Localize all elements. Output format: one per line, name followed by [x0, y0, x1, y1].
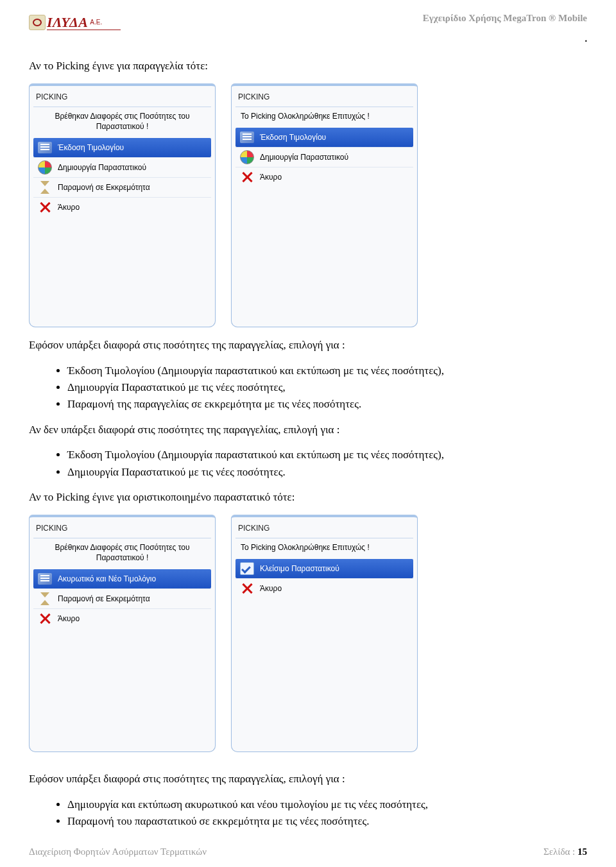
menu-cancel[interactable]: Άκυρο: [33, 608, 211, 628]
menu-reversal-invoice[interactable]: Ακυρωτικό και Νέο Τιμολόγιο: [33, 569, 211, 588]
menu-close-doc[interactable]: Κλείσιμο Παραστατικού: [235, 559, 413, 578]
panel-title: PICKING: [235, 90, 413, 107]
close-icon: [239, 581, 255, 596]
menu-item-label: Έκδοση Τιμολογίου: [260, 133, 326, 142]
menu-create-doc[interactable]: Δημιουργία Παραστατικού: [235, 147, 413, 167]
menu-item-label: Έκδοση Τιμολογίου: [58, 143, 124, 152]
intro-text-1: Αν το Picking έγινε για παραγγελία τότε:: [29, 58, 587, 74]
logo-icon: [29, 15, 46, 30]
list-item: Παραμονή της παραγγελίας σε εκκρεμότητα …: [67, 396, 587, 413]
panel-message: Βρέθηκαν Διαφορές στις Ποσότητες του Παρ…: [33, 541, 211, 569]
invoice-icon: [37, 141, 53, 155]
screenshot-2-right: PICKING Το Picking Ολοκληρώθηκε Επιτυχώς…: [231, 515, 418, 752]
intro-text-2: Αν το Picking έγινε για οριστικοποιημένο…: [29, 490, 587, 506]
menu-issue-invoice[interactable]: Έκδοση Τιμολογίου: [33, 138, 211, 157]
menu-cancel[interactable]: Άκυρο: [235, 578, 413, 598]
list-item: Δημιουργία Παραστατικού με τις νέες ποσό…: [67, 379, 587, 396]
panel-message: Βρέθηκαν Διαφορές στις Ποσότητες του Παρ…: [33, 110, 211, 138]
page-footer: Διαχείριση Φορητών Ασύρματων Τερματικών …: [29, 846, 587, 857]
menu-item-label: Άκυρο: [260, 584, 282, 593]
menu-item-label: Δημιουργία Παραστατικού: [260, 153, 348, 162]
document-icon: [239, 150, 255, 164]
menu-item-label: Άκυρο: [58, 614, 80, 623]
menu-cancel[interactable]: Άκυρο: [33, 197, 211, 217]
paragraph-3: Εφόσον υπάρξει διαφορά στις ποσότητες τη…: [29, 771, 587, 787]
logo-suffix: Α.Ε.: [89, 19, 102, 26]
check-icon: [239, 562, 255, 576]
menu-pending[interactable]: Παραμονή σε Εκκρεμότητα: [33, 177, 211, 197]
logo: ΙΛΥΔΑ Α.Ε.: [29, 13, 121, 30]
close-icon: [37, 200, 53, 214]
menu-item-label: Άκυρο: [58, 203, 80, 212]
paragraph-2: Αν δεν υπάρξει διαφορά στις ποσότητες τη…: [29, 422, 587, 438]
panel-message: Το Picking Ολοκληρώθηκε Επιτυχώς !: [235, 541, 413, 559]
page-number: 15: [578, 846, 587, 857]
document-title: Εγχειρίδιο Χρήσης MegaTron ® Mobile: [423, 13, 587, 24]
panel-title: PICKING: [235, 521, 413, 538]
list-item: Δημιουργία Παραστατικού με τις νέες ποσό…: [67, 464, 587, 481]
logo-text: ΙΛΥΔΑ: [47, 14, 88, 31]
menu-item-label: Ακυρωτικό και Νέο Τιμολόγιο: [58, 574, 156, 583]
list-item: Παραμονή του παραστατικού σε εκκρεμότητα…: [67, 813, 587, 830]
footer-left: Διαχείριση Φορητών Ασύρματων Τερματικών: [29, 846, 207, 857]
menu-create-doc[interactable]: Δημιουργία Παραστατικού: [33, 157, 211, 177]
bullet-list-2: Έκδοση Τιμολογίου (Δημιουργία παραστατικ…: [29, 447, 587, 481]
document-icon: [37, 160, 53, 175]
close-icon: [37, 612, 53, 626]
hourglass-icon: [37, 180, 53, 194]
menu-item-label: Δημιουργία Παραστατικού: [58, 163, 146, 172]
list-item: Έκδοση Τιμολογίου (Δημιουργία παραστατικ…: [67, 447, 587, 463]
screenshots-row-2: PICKING Βρέθηκαν Διαφορές στις Ποσότητες…: [29, 515, 587, 752]
list-item: Έκδοση Τιμολογίου (Δημιουργία παραστατικ…: [67, 363, 587, 379]
menu-issue-invoice[interactable]: Έκδοση Τιμολογίου: [235, 128, 413, 147]
menu-item-label: Παραμονή σε Εκκρεμότητα: [58, 183, 150, 192]
bullet-list-1: Έκδοση Τιμολογίου (Δημιουργία παραστατικ…: [29, 363, 587, 413]
list-item: Δημιουργία και εκτύπωση ακυρωτικού και ν…: [67, 796, 587, 813]
paragraph-1: Εφόσον υπάρξει διαφορά στις ποσότητες τη…: [29, 338, 587, 354]
menu-item-label: Κλείσιμο Παραστατικού: [260, 564, 339, 573]
screenshot-1-left: PICKING Βρέθηκαν Διαφορές στις Ποσότητες…: [29, 83, 216, 327]
panel-title: PICKING: [33, 90, 211, 107]
panel-title: PICKING: [33, 521, 211, 538]
menu-item-label: Άκυρο: [260, 173, 282, 182]
screenshot-2-left: PICKING Βρέθηκαν Διαφορές στις Ποσότητες…: [29, 515, 216, 752]
invoice-icon: [239, 130, 255, 144]
hourglass-icon: [37, 592, 53, 606]
screenshots-row-1: PICKING Βρέθηκαν Διαφορές στις Ποσότητες…: [29, 83, 587, 327]
close-icon: [239, 170, 255, 184]
panel-message: Το Picking Ολοκληρώθηκε Επιτυχώς !: [235, 110, 413, 128]
menu-item-label: Παραμονή σε Εκκρεμότητα: [58, 594, 150, 603]
header-dot: .: [29, 34, 587, 44]
page-header: ΙΛΥΔΑ Α.Ε. Εγχειρίδιο Χρήσης MegaTron ® …: [29, 13, 587, 30]
menu-pending[interactable]: Παραμονή σε Εκκρεμότητα: [33, 588, 211, 608]
menu-cancel[interactable]: Άκυρο: [235, 167, 413, 187]
bullet-list-3: Δημιουργία και εκτύπωση ακυρωτικού και ν…: [29, 796, 587, 830]
invoice-icon: [37, 572, 53, 586]
footer-right: Σελίδα : 15: [543, 846, 587, 857]
screenshot-1-right: PICKING Το Picking Ολοκληρώθηκε Επιτυχώς…: [231, 83, 418, 327]
